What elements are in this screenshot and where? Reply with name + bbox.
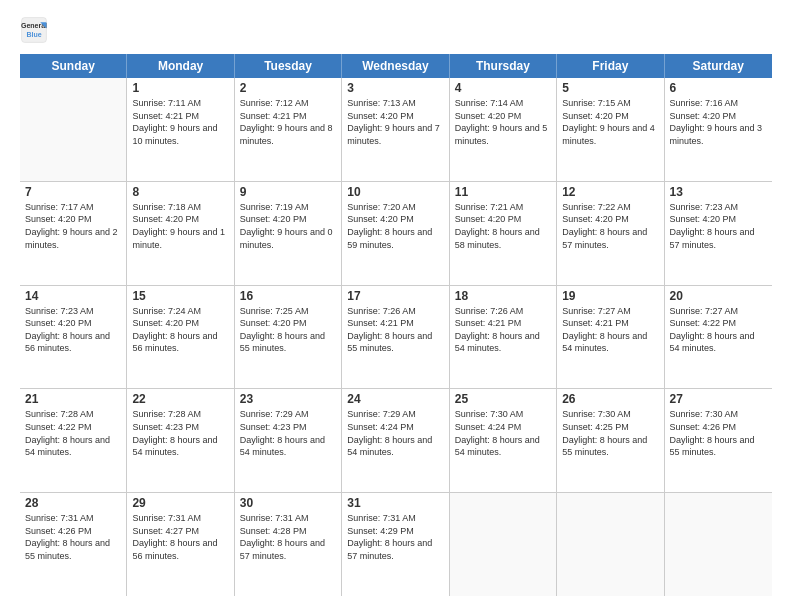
calendar-cell-29: 29Sunrise: 7:31 AM Sunset: 4:27 PM Dayli… — [127, 493, 234, 596]
sun-info: Sunrise: 7:28 AM Sunset: 4:23 PM Dayligh… — [132, 408, 228, 458]
calendar-cell-31: 31Sunrise: 7:31 AM Sunset: 4:29 PM Dayli… — [342, 493, 449, 596]
day-number: 14 — [25, 289, 121, 303]
sun-info: Sunrise: 7:12 AM Sunset: 4:21 PM Dayligh… — [240, 97, 336, 147]
calendar-cell-25: 25Sunrise: 7:30 AM Sunset: 4:24 PM Dayli… — [450, 389, 557, 492]
calendar-cell-12: 12Sunrise: 7:22 AM Sunset: 4:20 PM Dayli… — [557, 182, 664, 285]
calendar-cell-empty — [20, 78, 127, 181]
calendar: SundayMondayTuesdayWednesdayThursdayFrid… — [20, 54, 772, 596]
sun-info: Sunrise: 7:20 AM Sunset: 4:20 PM Dayligh… — [347, 201, 443, 251]
sun-info: Sunrise: 7:11 AM Sunset: 4:21 PM Dayligh… — [132, 97, 228, 147]
sun-info: Sunrise: 7:13 AM Sunset: 4:20 PM Dayligh… — [347, 97, 443, 147]
day-number: 26 — [562, 392, 658, 406]
calendar-cell-3: 3Sunrise: 7:13 AM Sunset: 4:20 PM Daylig… — [342, 78, 449, 181]
calendar-row-5: 28Sunrise: 7:31 AM Sunset: 4:26 PM Dayli… — [20, 493, 772, 596]
sun-info: Sunrise: 7:31 AM Sunset: 4:28 PM Dayligh… — [240, 512, 336, 562]
sun-info: Sunrise: 7:30 AM Sunset: 4:25 PM Dayligh… — [562, 408, 658, 458]
calendar-cell-20: 20Sunrise: 7:27 AM Sunset: 4:22 PM Dayli… — [665, 286, 772, 389]
sun-info: Sunrise: 7:14 AM Sunset: 4:20 PM Dayligh… — [455, 97, 551, 147]
sun-info: Sunrise: 7:27 AM Sunset: 4:22 PM Dayligh… — [670, 305, 767, 355]
calendar-cell-23: 23Sunrise: 7:29 AM Sunset: 4:23 PM Dayli… — [235, 389, 342, 492]
day-number: 12 — [562, 185, 658, 199]
day-number: 22 — [132, 392, 228, 406]
sun-info: Sunrise: 7:30 AM Sunset: 4:26 PM Dayligh… — [670, 408, 767, 458]
calendar-cell-16: 16Sunrise: 7:25 AM Sunset: 4:20 PM Dayli… — [235, 286, 342, 389]
sun-info: Sunrise: 7:19 AM Sunset: 4:20 PM Dayligh… — [240, 201, 336, 251]
calendar-cell-22: 22Sunrise: 7:28 AM Sunset: 4:23 PM Dayli… — [127, 389, 234, 492]
calendar-cell-4: 4Sunrise: 7:14 AM Sunset: 4:20 PM Daylig… — [450, 78, 557, 181]
day-number: 9 — [240, 185, 336, 199]
sun-info: Sunrise: 7:29 AM Sunset: 4:24 PM Dayligh… — [347, 408, 443, 458]
sun-info: Sunrise: 7:18 AM Sunset: 4:20 PM Dayligh… — [132, 201, 228, 251]
day-number: 24 — [347, 392, 443, 406]
sun-info: Sunrise: 7:16 AM Sunset: 4:20 PM Dayligh… — [670, 97, 767, 147]
day-number: 27 — [670, 392, 767, 406]
day-number: 16 — [240, 289, 336, 303]
logo: General Blue — [20, 16, 52, 44]
day-number: 15 — [132, 289, 228, 303]
day-number: 10 — [347, 185, 443, 199]
day-number: 30 — [240, 496, 336, 510]
day-number: 2 — [240, 81, 336, 95]
calendar-cell-1: 1Sunrise: 7:11 AM Sunset: 4:21 PM Daylig… — [127, 78, 234, 181]
day-header-monday: Monday — [127, 54, 234, 78]
sun-info: Sunrise: 7:26 AM Sunset: 4:21 PM Dayligh… — [455, 305, 551, 355]
calendar-header: SundayMondayTuesdayWednesdayThursdayFrid… — [20, 54, 772, 78]
sun-info: Sunrise: 7:23 AM Sunset: 4:20 PM Dayligh… — [670, 201, 767, 251]
calendar-row-1: 1Sunrise: 7:11 AM Sunset: 4:21 PM Daylig… — [20, 78, 772, 182]
sun-info: Sunrise: 7:31 AM Sunset: 4:26 PM Dayligh… — [25, 512, 121, 562]
sun-info: Sunrise: 7:30 AM Sunset: 4:24 PM Dayligh… — [455, 408, 551, 458]
day-number: 31 — [347, 496, 443, 510]
day-header-friday: Friday — [557, 54, 664, 78]
day-number: 5 — [562, 81, 658, 95]
sun-info: Sunrise: 7:27 AM Sunset: 4:21 PM Dayligh… — [562, 305, 658, 355]
sun-info: Sunrise: 7:26 AM Sunset: 4:21 PM Dayligh… — [347, 305, 443, 355]
day-number: 23 — [240, 392, 336, 406]
calendar-row-3: 14Sunrise: 7:23 AM Sunset: 4:20 PM Dayli… — [20, 286, 772, 390]
calendar-cell-9: 9Sunrise: 7:19 AM Sunset: 4:20 PM Daylig… — [235, 182, 342, 285]
day-number: 1 — [132, 81, 228, 95]
day-header-wednesday: Wednesday — [342, 54, 449, 78]
calendar-cell-8: 8Sunrise: 7:18 AM Sunset: 4:20 PM Daylig… — [127, 182, 234, 285]
day-number: 28 — [25, 496, 121, 510]
sun-info: Sunrise: 7:24 AM Sunset: 4:20 PM Dayligh… — [132, 305, 228, 355]
sun-info: Sunrise: 7:31 AM Sunset: 4:29 PM Dayligh… — [347, 512, 443, 562]
calendar-cell-21: 21Sunrise: 7:28 AM Sunset: 4:22 PM Dayli… — [20, 389, 127, 492]
day-header-thursday: Thursday — [450, 54, 557, 78]
calendar-cell-5: 5Sunrise: 7:15 AM Sunset: 4:20 PM Daylig… — [557, 78, 664, 181]
day-number: 18 — [455, 289, 551, 303]
calendar-body: 1Sunrise: 7:11 AM Sunset: 4:21 PM Daylig… — [20, 78, 772, 596]
calendar-cell-2: 2Sunrise: 7:12 AM Sunset: 4:21 PM Daylig… — [235, 78, 342, 181]
sun-info: Sunrise: 7:29 AM Sunset: 4:23 PM Dayligh… — [240, 408, 336, 458]
sun-info: Sunrise: 7:28 AM Sunset: 4:22 PM Dayligh… — [25, 408, 121, 458]
sun-info: Sunrise: 7:31 AM Sunset: 4:27 PM Dayligh… — [132, 512, 228, 562]
sun-info: Sunrise: 7:22 AM Sunset: 4:20 PM Dayligh… — [562, 201, 658, 251]
day-number: 17 — [347, 289, 443, 303]
day-number: 19 — [562, 289, 658, 303]
sun-info: Sunrise: 7:17 AM Sunset: 4:20 PM Dayligh… — [25, 201, 121, 251]
calendar-cell-11: 11Sunrise: 7:21 AM Sunset: 4:20 PM Dayli… — [450, 182, 557, 285]
sun-info: Sunrise: 7:15 AM Sunset: 4:20 PM Dayligh… — [562, 97, 658, 147]
day-number: 11 — [455, 185, 551, 199]
svg-rect-0 — [22, 18, 47, 43]
calendar-cell-26: 26Sunrise: 7:30 AM Sunset: 4:25 PM Dayli… — [557, 389, 664, 492]
logo-icon: General Blue — [20, 16, 48, 44]
sun-info: Sunrise: 7:21 AM Sunset: 4:20 PM Dayligh… — [455, 201, 551, 251]
day-header-sunday: Sunday — [20, 54, 127, 78]
day-header-saturday: Saturday — [665, 54, 772, 78]
calendar-cell-empty — [665, 493, 772, 596]
calendar-cell-7: 7Sunrise: 7:17 AM Sunset: 4:20 PM Daylig… — [20, 182, 127, 285]
calendar-cell-19: 19Sunrise: 7:27 AM Sunset: 4:21 PM Dayli… — [557, 286, 664, 389]
calendar-cell-30: 30Sunrise: 7:31 AM Sunset: 4:28 PM Dayli… — [235, 493, 342, 596]
calendar-cell-17: 17Sunrise: 7:26 AM Sunset: 4:21 PM Dayli… — [342, 286, 449, 389]
day-number: 29 — [132, 496, 228, 510]
calendar-cell-24: 24Sunrise: 7:29 AM Sunset: 4:24 PM Dayli… — [342, 389, 449, 492]
calendar-cell-13: 13Sunrise: 7:23 AM Sunset: 4:20 PM Dayli… — [665, 182, 772, 285]
svg-text:Blue: Blue — [26, 31, 41, 38]
calendar-cell-10: 10Sunrise: 7:20 AM Sunset: 4:20 PM Dayli… — [342, 182, 449, 285]
calendar-cell-empty — [557, 493, 664, 596]
day-number: 3 — [347, 81, 443, 95]
calendar-cell-28: 28Sunrise: 7:31 AM Sunset: 4:26 PM Dayli… — [20, 493, 127, 596]
day-number: 4 — [455, 81, 551, 95]
sun-info: Sunrise: 7:25 AM Sunset: 4:20 PM Dayligh… — [240, 305, 336, 355]
day-number: 7 — [25, 185, 121, 199]
